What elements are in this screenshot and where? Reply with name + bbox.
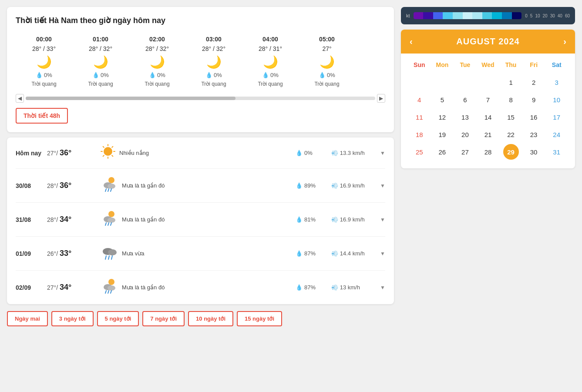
cal-cell-day[interactable]: 21 — [480, 127, 496, 142]
hourly-items: 00:00 28° / 33° 🌙 💧0% Trời quang 01:00 2… — [16, 32, 385, 90]
daily-wind: 💨 14.4 km/h — [331, 250, 375, 257]
legend-ticks: 051020304060 — [525, 13, 570, 18]
daily-wind: 💨 16.9 km/h — [331, 182, 375, 189]
cal-cell-day[interactable]: 14 — [480, 109, 496, 125]
cal-day-header-tue: Tue — [454, 59, 477, 71]
daily-weather-icon — [100, 209, 118, 230]
cal-day-headers: SunMonTueWedThuFriSat — [408, 59, 568, 71]
day-filter-button[interactable]: 15 ngày tới — [237, 311, 282, 326]
calendar-next-button[interactable]: › — [563, 37, 566, 47]
daily-date: 02/09 — [16, 284, 42, 291]
cal-cell-day[interactable]: 28 — [480, 144, 496, 160]
hourly-item: 05:00 27° 🌙 💧0% Trời quang — [299, 32, 355, 90]
cal-cell-day[interactable]: 22 — [503, 127, 519, 142]
day-filter: Ngày mai3 ngày tới5 ngày tới7 ngày tới10… — [7, 311, 394, 328]
cal-cell-day[interactable]: 16 — [526, 109, 542, 125]
cal-cell-day[interactable]: 7 — [480, 92, 496, 107]
hourly-item-desc: Trời quang — [145, 81, 169, 87]
cal-cell-day[interactable]: 10 — [549, 92, 565, 107]
day-filter-button[interactable]: 5 ngày tới — [97, 311, 139, 326]
cal-cell-day[interactable]: 2 — [526, 74, 542, 90]
cal-cell-day[interactable]: 9 — [526, 92, 542, 107]
cal-day-header-fri: Fri — [522, 59, 545, 71]
cal-cell-day[interactable]: 1 — [503, 74, 519, 90]
cal-cell-day[interactable]: 27 — [457, 144, 473, 160]
map-card: kt 051020304060 — [401, 7, 575, 24]
cal-cell-day[interactable]: 17 — [549, 109, 565, 125]
daily-icon-area: Mưa vừa — [100, 243, 290, 264]
cal-cell-day[interactable]: 29 — [503, 144, 519, 160]
daily-temps: 28°/ 34° — [47, 215, 95, 224]
day-filter-button[interactable]: 7 ngày tới — [142, 311, 185, 326]
daily-weather-icon — [100, 243, 118, 264]
cal-cell-day[interactable]: 23 — [526, 127, 542, 142]
cal-cell-day[interactable]: 26 — [434, 144, 450, 160]
hourly-item-desc: Trời quang — [88, 81, 113, 87]
daily-temps: 26°/ 33° — [47, 249, 95, 258]
daily-row[interactable]: 01/09 26°/ 33° Mưa vừa 💧 87% 💨 14.4 km/h… — [16, 237, 385, 271]
svg-line-20 — [111, 223, 111, 225]
calendar-prev-button[interactable]: ‹ — [410, 37, 413, 47]
cal-day-header-sat: Sat — [545, 59, 568, 71]
cal-cell-day[interactable]: 3 — [549, 74, 565, 90]
daily-row[interactable]: Hôm nay 27°/ 36° Nhiều nắng 💧 0% 💨 13.3 … — [16, 137, 385, 169]
chevron-down-icon: ▼ — [380, 183, 385, 189]
svg-line-13 — [108, 189, 109, 191]
day-filter-button[interactable]: 10 ngày tới — [188, 311, 233, 326]
cal-cell-day[interactable]: 19 — [434, 127, 450, 142]
scroll-right-arrow[interactable]: ▶ — [377, 94, 385, 103]
svg-line-18 — [105, 223, 106, 225]
cal-cell-day[interactable]: 30 — [526, 144, 542, 160]
cal-cell-day[interactable]: 12 — [434, 109, 450, 125]
scroll-left-arrow[interactable]: ◀ — [16, 94, 24, 103]
hourly-scroll-container[interactable]: 00:00 28° / 33° 🌙 💧0% Trời quang 01:00 2… — [16, 32, 385, 90]
hourly-item-temp: 27° — [322, 45, 331, 52]
svg-line-8 — [112, 147, 113, 147]
hourly-item-icon: 🌙 — [37, 55, 52, 69]
cal-cell-day[interactable]: 20 — [457, 127, 473, 142]
cal-day-header-thu: Thu — [499, 59, 522, 71]
svg-point-11 — [108, 184, 115, 189]
calendar-header: ‹ AUGUST 2024 › — [401, 30, 575, 54]
cal-cell-day[interactable]: 6 — [457, 92, 473, 107]
cal-cell-day[interactable]: 13 — [457, 109, 473, 125]
daily-temps: 27°/ 36° — [47, 148, 95, 157]
cal-days: 1234567891011121314151617181920212223242… — [408, 74, 568, 160]
daily-row[interactable]: 02/09 27°/ 34° Mưa là tà gần đó 💧 87% 💨 … — [16, 271, 385, 304]
cal-cell-day[interactable]: 5 — [434, 92, 450, 107]
svg-line-12 — [105, 189, 106, 191]
legend-label: kt — [406, 13, 410, 18]
cal-cell-day[interactable]: 15 — [503, 109, 519, 125]
cal-cell-day[interactable]: 31 — [549, 144, 565, 160]
daily-rain: 💧 0% — [296, 150, 326, 156]
day-filter-button[interactable]: 3 ngày tới — [51, 311, 94, 326]
day-filter-button[interactable]: Ngày mai — [7, 311, 48, 326]
cal-cell-day[interactable]: 8 — [503, 92, 519, 107]
hourly-item-temp: 28° / 32° — [89, 45, 112, 52]
cal-cell-day[interactable]: 4 — [411, 92, 427, 107]
cal-cell-day[interactable]: 25 — [411, 144, 427, 160]
svg-line-19 — [108, 223, 109, 225]
hourly-item-desc: Trời quang — [31, 81, 56, 87]
daily-row[interactable]: 31/08 28°/ 34° Mưa là tà gần đó 💧 81% 💨 … — [16, 203, 385, 237]
btn-48h[interactable]: Thời tiết 48h — [16, 108, 68, 124]
cal-cell-day[interactable]: 24 — [549, 127, 565, 142]
hourly-item-icon: 🌙 — [263, 55, 278, 69]
daily-desc: Mưa là tà gần đó — [122, 182, 165, 189]
right-panel: kt 051020304060 ‹ AUGUST 2024 › — [401, 7, 575, 385]
hourly-item-temp: 28° / 33° — [32, 45, 56, 52]
svg-line-23 — [105, 256, 106, 259]
svg-line-24 — [108, 256, 109, 259]
daily-weather-icon — [100, 144, 116, 162]
svg-line-14 — [111, 189, 111, 191]
daily-icon-area: Nhiều nắng — [100, 144, 290, 162]
hourly-item-desc: Trời quang — [258, 81, 283, 87]
hourly-item: 03:00 28° / 32° 🌙 💧0% Trời quang — [185, 32, 242, 90]
cal-cell-day[interactable]: 18 — [411, 127, 427, 142]
svg-point-22 — [108, 249, 117, 255]
cal-cell-day[interactable]: 11 — [411, 109, 427, 125]
daily-icon-area: Mưa là tà gần đó — [100, 277, 290, 298]
svg-point-26 — [108, 279, 114, 285]
daily-row[interactable]: 30/08 28°/ 36° Mưa là tà gần đó 💧 89% 💨 … — [16, 169, 385, 203]
daily-temps: 28°/ 36° — [47, 181, 95, 190]
